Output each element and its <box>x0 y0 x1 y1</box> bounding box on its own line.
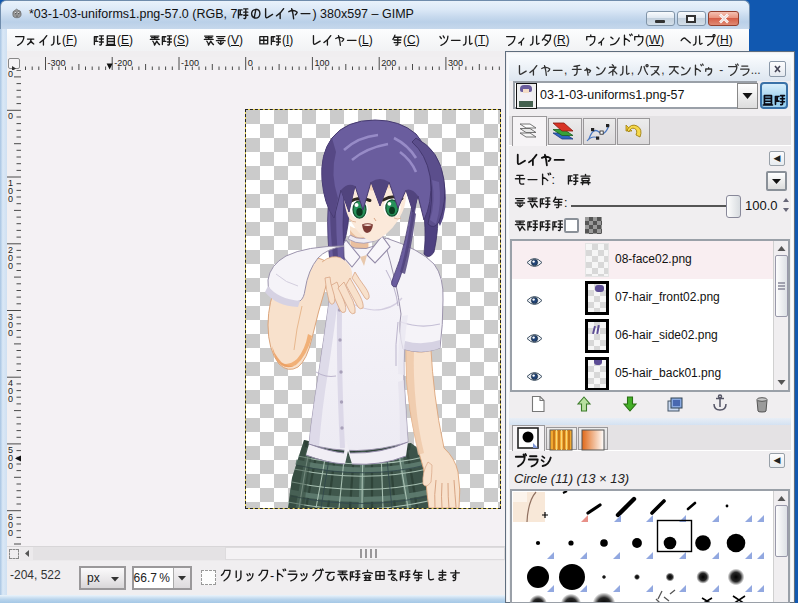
svg-text:200: 200 <box>381 58 396 68</box>
svg-text:100: 100 <box>314 58 329 68</box>
svg-text:0: 0 <box>8 394 13 404</box>
svg-text:0: 0 <box>8 461 13 471</box>
svg-text:-100: -100 <box>181 58 199 68</box>
svg-text:0: 0 <box>248 58 253 68</box>
svg-text:300: 300 <box>448 58 463 68</box>
svg-text:0: 0 <box>8 328 13 338</box>
svg-text:-300: -300 <box>48 58 66 68</box>
svg-text:0: 0 <box>8 528 13 538</box>
svg-text:0: 0 <box>8 111 13 121</box>
svg-text:-200: -200 <box>114 58 132 68</box>
svg-text:0: 0 <box>8 261 13 271</box>
svg-text:0: 0 <box>8 194 13 204</box>
svg-text:0: 0 <box>8 70 13 79</box>
